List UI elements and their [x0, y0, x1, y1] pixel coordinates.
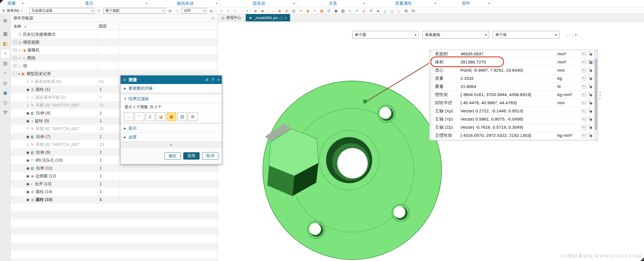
save-expression-icon[interactable]: P= — [582, 133, 586, 138]
toggle-display-icon[interactable]: ◉✕ — [588, 133, 594, 138]
measure-tool-icon[interactable]: ◉ — [333, 8, 339, 14]
measure-tool-icon[interactable]: ▤ — [290, 8, 297, 14]
toggle-display-icon[interactable]: ◉✕ — [588, 101, 594, 105]
column-layer[interactable]: 图层 — [99, 24, 107, 29]
section-objects-to-measure[interactable]: ▶ 要测量的对象 — [121, 84, 222, 93]
measure-tool-icon[interactable]: ↔ — [269, 8, 276, 14]
chevron-down-icon[interactable]: ▼ — [573, 32, 579, 37]
section-tips[interactable]: ▶ 提示 — [121, 124, 222, 133]
navigator-tree-row[interactable]: + ✓ ▭ 图纸 — [11, 54, 218, 62]
measure-tool-icon[interactable]: ∟ — [396, 8, 402, 14]
snap-icon[interactable]: ⊕ — [225, 8, 231, 14]
ribbon-tab[interactable]: 测量 ▼ — [0, 0, 28, 7]
close-icon[interactable]: × — [217, 78, 220, 82]
save-expression-icon[interactable]: P= — [582, 85, 586, 89]
single-face-combobox[interactable]: 单个面 ▼ — [352, 31, 419, 38]
measure-tool-icon[interactable]: ◆ — [276, 8, 283, 14]
filter-type-button[interactable]: ⊞ — [188, 112, 198, 121]
visibility-icon[interactable]: ◉ — [26, 198, 30, 202]
ribbon-tab[interactable]: 质量属性 ▼ — [368, 0, 439, 7]
navigator-tree-row[interactable]: + ✓ ◨ 摄像机 — [11, 46, 218, 54]
sort-ascending-icon[interactable]: ▲ — [24, 25, 27, 28]
visibility-icon[interactable]: ⚠ — [26, 142, 30, 147]
navigator-tree-row[interactable]: ◉ ◍ 圆柱 (14) 1 — [11, 188, 218, 196]
chevron-down-icon[interactable]: ▼ — [215, 2, 218, 5]
measure-tool-icon[interactable]: ◉ — [304, 8, 311, 14]
panel-resize-grip[interactable]: ▸ ▸ ▸ — [600, 90, 601, 100]
selection-option-icon[interactable]: ◍ — [167, 8, 173, 14]
save-expression-icon[interactable]: P= — [582, 101, 586, 105]
chevron-down-icon[interactable]: ▼ — [246, 10, 248, 12]
measure-tool-icon[interactable]: ✳ — [297, 8, 304, 14]
toggle-display-icon[interactable]: ◉✕ — [588, 125, 594, 130]
dialog-titlebar[interactable]: ⚙ 测量 ↺ ? × — [121, 76, 222, 84]
filter-type-button[interactable]: ▨ — [177, 112, 187, 121]
visibility-icon[interactable]: ◉ — [26, 190, 30, 194]
chevron-down-icon[interactable]: ▼ — [293, 2, 295, 5]
rail-item[interactable]: ▤ — [1, 59, 10, 68]
snap-icon[interactable]: ⊕ — [218, 8, 224, 14]
measure-tool-icon[interactable]: ◆ — [375, 8, 381, 14]
save-expression-icon[interactable]: P= — [582, 76, 586, 81]
rail-item[interactable]: ⌖ — [1, 69, 10, 78]
filter-type-button[interactable]: ↔ — [124, 112, 134, 121]
measure-tool-icon[interactable]: + — [347, 8, 353, 14]
ribbon-tab[interactable]: 部件 ▼ — [439, 0, 493, 7]
navigator-tree-row[interactable]: ◉ ◧ 拉伸 (11) 1 — [11, 164, 218, 172]
chevron-down-icon[interactable]: ▼ — [434, 2, 437, 5]
navigator-tree-row[interactable]: ◉ ◍ 圆柱 (15) 1 — [11, 196, 218, 203]
range-combobox[interactable]: 全部 ▼ — [182, 8, 206, 13]
rail-item[interactable]: ▦ — [1, 29, 10, 38]
column-name[interactable]: 名称 — [11, 24, 21, 29]
toggle-display-icon[interactable]: ◉✕ — [588, 52, 594, 56]
navigator-tree-row[interactable]: + ◫ 模型视图 — [11, 38, 218, 46]
navigator-tree-row[interactable]: + ▢ 组 — [11, 62, 218, 70]
visibility-icon[interactable]: ◉ — [26, 111, 30, 115]
selection-filter-combobox[interactable]: 无选择过滤器 ▼ — [29, 8, 94, 13]
apply-button[interactable]: 应用 — [183, 152, 200, 160]
measure-dialog[interactable]: ⚙ 测量 ↺ ? × ▶ 要测量的对象 ▼ 结果过滤器 显示 1 个测量, 共 … — [120, 75, 222, 164]
visibility-icon[interactable]: ∅ — [26, 95, 30, 99]
results-scrollbar[interactable] — [594, 50, 598, 140]
ribbon-tab[interactable]: 显示 ▼ — [28, 0, 150, 7]
visibility-icon[interactable]: ◉ — [26, 87, 30, 92]
chevron-down-icon[interactable]: ▼ — [145, 2, 148, 5]
save-expression-icon[interactable]: P= — [582, 60, 586, 64]
measure-tool-icon[interactable]: △ — [389, 8, 395, 14]
toggle-display-icon[interactable]: ◉✕ — [588, 93, 594, 97]
measure-tool-icon[interactable]: ◈ — [283, 8, 290, 14]
toggle-display-icon[interactable]: ◉✕ — [588, 68, 594, 72]
view-cube-icon[interactable]: ◆ — [252, 8, 259, 14]
graphics-viewport[interactable]: ◎ 发现中心 ◆ _model391.prt ▢ × 单个面 ▼ 单条曲线 ▼ … — [218, 14, 644, 261]
rail-item[interactable]: ◎ — [1, 78, 10, 87]
toggle-display-icon[interactable]: ◉✕ — [588, 117, 594, 121]
toggle-display-icon[interactable]: ◉✕ — [588, 76, 594, 81]
ribbon-tab[interactable]: 面形状 ▼ — [220, 0, 298, 7]
save-expression-icon[interactable]: P= — [582, 68, 586, 72]
measure-tool-icon[interactable]: ⊟ — [410, 8, 416, 14]
scrollbar-thumb[interactable] — [595, 58, 597, 130]
ribbon-tab[interactable]: 曲线形状 ▼ — [150, 0, 220, 7]
ribbon-tab[interactable]: 关系 ▼ — [298, 0, 368, 7]
single-body-combobox[interactable]: 单个体 ▼ — [493, 31, 559, 38]
measure-tool-icon[interactable]: ∅ — [326, 8, 332, 14]
save-expression-icon[interactable]: P= — [582, 117, 586, 121]
chevron-down-icon[interactable]: ▼ — [488, 2, 490, 5]
dock-window-icon[interactable]: □ — [212, 16, 214, 20]
save-expression-icon[interactable]: P= — [582, 125, 586, 130]
visibility-icon[interactable]: ◉ — [26, 119, 30, 123]
expand-toggle[interactable]: + — [13, 40, 17, 44]
expand-toggle[interactable]: + — [13, 56, 17, 60]
gear-icon[interactable]: ⚙ — [123, 78, 126, 82]
expand-toggle[interactable]: + — [13, 64, 17, 68]
rail-item[interactable]: ◑ — [1, 49, 10, 58]
rail-item[interactable]: ◧ — [1, 39, 10, 48]
measure-tool-icon[interactable]: ⌖ — [311, 8, 318, 14]
ok-button[interactable]: 确定 — [164, 152, 181, 160]
selection-option-icon[interactable]: ◇ — [174, 8, 180, 14]
measure-tool-icon[interactable]: ▦ — [318, 8, 325, 14]
visibility-icon[interactable]: ◉ — [26, 174, 30, 178]
filter-type-button[interactable]: ◼ — [167, 112, 176, 121]
rail-item[interactable]: ◉ — [1, 88, 10, 97]
rail-item[interactable]: ◷ — [1, 98, 10, 107]
